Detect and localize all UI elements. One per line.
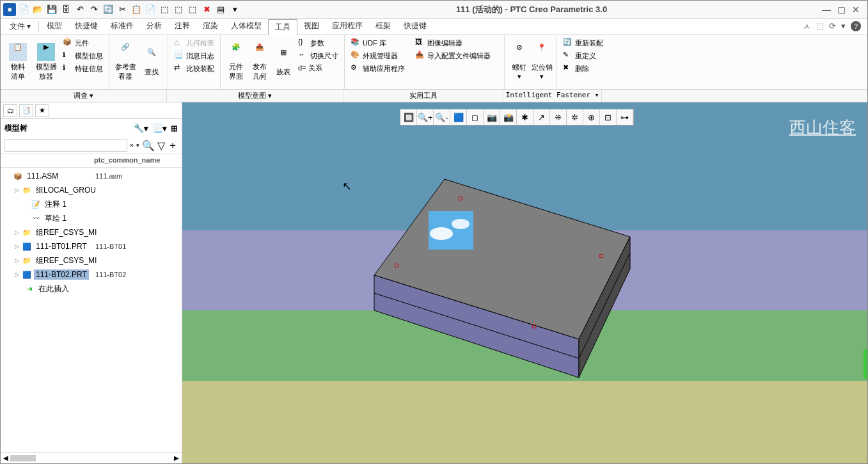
toolbar-icon[interactable]: ⬚ <box>158 3 171 16</box>
tab-分析[interactable]: 分析 <box>140 19 168 35</box>
family-table-button[interactable]: ▦族表 <box>272 37 295 87</box>
tree-node[interactable]: ▷📁组LOCAL_GROU <box>1 183 182 197</box>
binoculars-icon[interactable]: 🔍 <box>142 140 155 152</box>
tab-框架[interactable]: 框架 <box>369 19 397 35</box>
tab-标准件[interactable]: 标准件 <box>104 19 140 35</box>
tab-模型[interactable]: 模型 <box>40 19 68 35</box>
tab-视图[interactable]: 视图 <box>297 19 326 35</box>
collapse-ribbon-icon[interactable]: ㅅ <box>803 21 811 33</box>
params-button[interactable]: {}参数 <box>296 37 340 49</box>
relations-button[interactable]: d= 关系 <box>296 63 340 74</box>
screw-button[interactable]: ⚙螺钉▾ <box>509 37 530 87</box>
save-all-icon[interactable]: 🗄 <box>59 3 72 16</box>
dropdown-icon[interactable]: ▾ <box>136 142 139 148</box>
ribbon-group-label[interactable]: 模型意图 ▾ <box>167 90 343 102</box>
close-icon[interactable]: ✕ <box>852 4 860 15</box>
comp-ui-button[interactable]: 🧩元件 界面 <box>225 37 247 87</box>
view-mgr-icon[interactable]: 📸 <box>500 109 517 125</box>
datum-point-icon[interactable]: ⁜ <box>550 109 567 125</box>
datum-plane-icon[interactable]: ✱ <box>517 109 533 125</box>
tab-注释[interactable]: 注释 <box>168 19 196 35</box>
toolbar-icon[interactable]: ⬚ <box>186 3 199 16</box>
open-icon[interactable]: 📂 <box>31 3 44 16</box>
import-config-button[interactable]: 📥导入配置文件编辑器 <box>413 50 493 61</box>
close-window-icon[interactable]: ✖ <box>200 3 213 16</box>
annotation-icon[interactable]: ⊕ <box>583 109 600 125</box>
redefine-button[interactable]: ✎重定义 <box>561 50 611 61</box>
refresh-icon[interactable]: ⟳ <box>829 21 836 33</box>
copy-icon[interactable]: 📋 <box>130 3 143 16</box>
component-button[interactable]: 📦元件 <box>61 37 105 49</box>
msg-log-button[interactable]: 📃消息日志 <box>172 50 216 61</box>
reassemble-button[interactable]: 🔄重新装配 <box>561 37 611 49</box>
redo-icon[interactable]: ↷ <box>88 3 100 16</box>
tab-快捷键[interactable]: 快捷键 <box>397 19 433 35</box>
delete-button[interactable]: ✖删除 <box>561 63 611 74</box>
feature-info-button[interactable]: ℹ特征信息 <box>61 63 105 74</box>
tree-node[interactable]: 📝注释 1 <box>1 197 182 211</box>
zoom-out-icon[interactable]: 🔍- <box>434 109 450 125</box>
tree-columns-icon[interactable]: ⊞ <box>171 124 178 133</box>
toolbar-icon[interactable]: ⬚ <box>172 3 185 16</box>
undo-icon[interactable]: ↶ <box>74 3 86 16</box>
tree-node[interactable]: ▷🟦111-BT02.PRT111-BT02 <box>1 268 182 282</box>
minimize-icon[interactable]: — <box>822 4 831 15</box>
ribbon-group-label[interactable]: 实用工具 <box>343 90 503 102</box>
model-info-button[interactable]: ℹ模型信息 <box>61 50 105 61</box>
maximize-icon[interactable]: ▢ <box>837 4 846 15</box>
ribbon-group-label[interactable]: Intelligent Fastener ▾ <box>503 90 602 102</box>
ribbon-group-label[interactable]: 调查 ▾ <box>1 90 167 102</box>
3d-viewport[interactable]: 🔲 🔍+ 🔍- 🟦 ◻ 📷 📸 ✱ ↗ ⁜ ✲ ⊕ ⊡ ⊶ 西山住客 <box>182 102 867 463</box>
pin-button[interactable]: 📍定位销▾ <box>532 37 553 87</box>
tab-人体模型[interactable]: 人体模型 <box>225 19 268 35</box>
options-icon[interactable]: ⬚ <box>816 21 824 33</box>
zoom-fit-icon[interactable]: 🔲 <box>400 109 417 125</box>
dropdown-icon[interactable]: ▾ <box>228 3 241 16</box>
tree-node[interactable]: ▷🟦111-BT01.PRT111-BT01 <box>1 239 182 253</box>
scroll-right-icon[interactable]: ▶ <box>174 454 179 461</box>
tree-display-icon[interactable]: 📃▾ <box>152 124 167 133</box>
scroll-left-icon[interactable]: ◀ <box>3 454 8 461</box>
fav-tab[interactable]: ★ <box>35 104 49 117</box>
publish-geom-button[interactable]: 📤发布 几何 <box>248 37 271 87</box>
paste-icon[interactable]: 📄 <box>144 3 157 16</box>
regen-icon[interactable]: 🔄 <box>102 3 114 16</box>
tree-node[interactable]: 📦111.ASM111.asm <box>1 169 182 183</box>
csys-icon[interactable]: ✲ <box>567 109 583 125</box>
tree-node[interactable]: ▷📁组REF_CSYS_MI <box>1 225 182 239</box>
windows-icon[interactable]: ▤ <box>214 3 227 16</box>
tab-应用程序[interactable]: 应用程序 <box>326 19 369 35</box>
spin-center-icon[interactable]: ⊡ <box>600 109 617 125</box>
filter-icon[interactable]: ▽ <box>157 140 165 152</box>
insert-here[interactable]: ➜在此插入 <box>1 282 182 296</box>
datum-axis-icon[interactable]: ↗ <box>533 109 550 125</box>
add-icon[interactable]: ＋ <box>168 139 178 152</box>
clear-icon[interactable]: × <box>130 141 134 149</box>
model-player-button[interactable]: ▶模型播 放器 <box>33 37 59 87</box>
save-icon[interactable]: 💾 <box>45 3 58 16</box>
ref-viewer-button[interactable]: 🔗参考查 看器 <box>113 37 138 87</box>
tree-node[interactable]: ▷📁组REF_CSYS_MI <box>1 253 182 268</box>
tree-tab[interactable]: 🗂 <box>3 104 17 117</box>
cut-icon[interactable]: ✂ <box>116 3 129 16</box>
aux-app-button[interactable]: ⚙辅助应用程序 <box>349 63 407 74</box>
display-style-icon[interactable]: ◻ <box>467 109 484 125</box>
tab-快捷键[interactable]: 快捷键 <box>68 19 104 35</box>
help-icon[interactable]: ? <box>851 21 861 31</box>
bom-button[interactable]: 📋物料 清单 <box>4 37 31 87</box>
switch-size-button[interactable]: ↔切换尺寸 <box>296 50 340 61</box>
options-icon[interactable]: ⊶ <box>617 109 633 125</box>
tab-渲染[interactable]: 渲染 <box>196 19 225 35</box>
layer-tab[interactable]: 📑 <box>19 104 33 117</box>
repaint-icon[interactable]: 🟦 <box>450 109 467 125</box>
file-menu[interactable]: 文件 ▾ <box>3 19 37 34</box>
compare-asm-button[interactable]: ⇄比较装配 <box>172 63 216 74</box>
new-icon[interactable]: 📄 <box>17 3 30 16</box>
geom-check-button[interactable]: △几何检查 <box>172 37 216 49</box>
tree-node[interactable]: 〰草绘 1 <box>1 211 182 225</box>
tree-settings-icon[interactable]: 🔧▾ <box>134 124 148 133</box>
find-button[interactable]: 🔍查找 <box>139 37 164 87</box>
dropdown-icon[interactable]: ▾ <box>841 21 846 33</box>
tab-工具[interactable]: 工具 <box>268 19 297 35</box>
saved-views-icon[interactable]: 📷 <box>484 109 500 125</box>
